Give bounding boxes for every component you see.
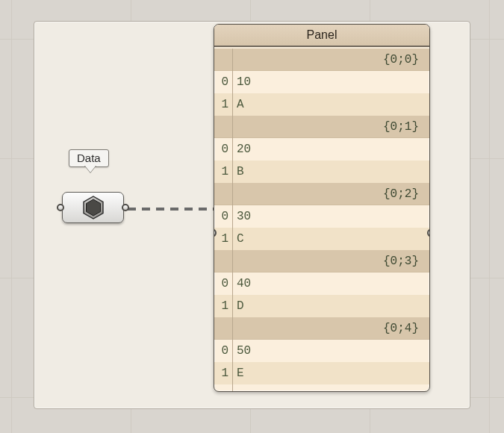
value-row: 1D (214, 295, 429, 317)
output-grip[interactable] (122, 204, 129, 211)
row-value: 10 (232, 75, 251, 89)
row-index: 1 (214, 165, 232, 178)
row-index: 0 (214, 277, 232, 290)
row-index: 1 (214, 98, 232, 111)
panel-title: Panel (214, 25, 429, 47)
row-value: 30 (232, 210, 251, 223)
value-row: 010 (214, 71, 429, 93)
input-grip[interactable] (57, 204, 64, 211)
value-row: 1C (214, 228, 429, 250)
panel-body: {0;0}0101A{0;1}0201B{0;2}0301C{0;3}0401D… (214, 49, 429, 391)
panel-output-grip[interactable] (427, 229, 430, 237)
row-value: 40 (232, 277, 251, 290)
value-row: 030 (214, 205, 429, 228)
row-value: A (232, 98, 244, 111)
svg-marker-2 (86, 199, 100, 216)
branch-header: {0;1} (214, 116, 429, 138)
row-value: C (232, 232, 244, 246)
row-value: E (232, 367, 244, 380)
row-index: 1 (214, 299, 232, 313)
row-value: 50 (232, 344, 251, 358)
value-row: 1E (214, 362, 429, 384)
value-row: 1B (214, 161, 429, 183)
value-row: 1A (214, 93, 429, 116)
value-row: 050 (214, 340, 429, 362)
row-index: 0 (214, 210, 232, 223)
branch-header: {0;3} (214, 250, 429, 272)
value-row: 040 (214, 272, 429, 295)
data-component[interactable] (62, 192, 124, 223)
branch-header: {0;4} (214, 317, 429, 340)
branch-header: {0;2} (214, 183, 429, 205)
value-row: 020 (214, 138, 429, 161)
row-index: 1 (214, 367, 232, 380)
hexagon-icon (81, 195, 106, 220)
row-index: 0 (214, 75, 232, 89)
row-index: 0 (214, 143, 232, 156)
row-index: 1 (214, 232, 232, 246)
tooltip-tail-icon (84, 165, 96, 172)
row-value: 20 (232, 143, 251, 156)
branch-header: {0;0} (214, 49, 429, 71)
row-value: B (232, 165, 244, 178)
index-gutter (232, 49, 233, 391)
row-index: 0 (214, 344, 232, 358)
row-value: D (232, 299, 244, 313)
panel-component[interactable]: Panel {0;0}0101A{0;1}0201B{0;2}0301C{0;3… (214, 24, 430, 392)
